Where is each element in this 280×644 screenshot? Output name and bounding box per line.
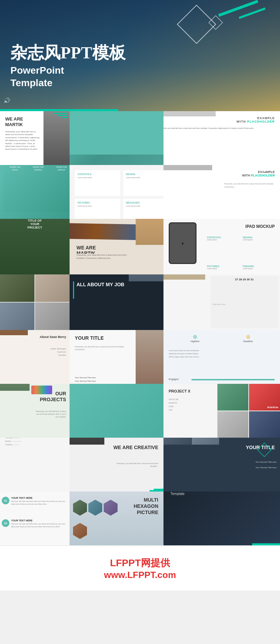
- example-body-2: Praesently, your ideal title here is abo…: [224, 182, 277, 219]
- hex-4: [73, 523, 87, 539]
- slide-about-sean-berry: About Sean Berry Seattle, Washington Exp…: [0, 330, 70, 384]
- hex-1: [73, 500, 87, 516]
- slide-we-are-martik-2: WE AREMARTIK Praesently, your ideal titl…: [70, 219, 163, 274]
- slide-row-7: GERMANY Fully Editable Map Berlin ——————…: [0, 438, 280, 492]
- slide-ipad-mockup: IPAD MOCKUP 📱 STATISTICSLorem ipsum DESI…: [163, 219, 280, 274]
- project-x-items: OFFICE 365 MARKETS LINKS USA: [169, 398, 178, 412]
- footer-section: LFPPT网提供 www.LFPPT.com: [0, 545, 280, 591]
- project-x-title: PROJECT X: [169, 389, 190, 393]
- example-label: EXAMPLE: [257, 116, 275, 120]
- stat-item-messages: MESSAGES Lorem ipsum dolor: [123, 199, 163, 219]
- slide-marketing-research: MARKETINGRESEARCH 01 FROM THEFIELD 02 FR…: [0, 165, 70, 219]
- ipad-stats-grid: STATISTICSLorem ipsum DESIGNLorem ipsum …: [207, 236, 277, 274]
- stat-label-3: FROM THEGROUP: [56, 166, 67, 172]
- slide-your-text-here: 01 YOUR TEXT HERE Add your text here and…: [0, 492, 70, 545]
- slide-we-are-creative: WE ARE CREATIVE Praesently, your ideal t…: [70, 438, 163, 492]
- slide-row-5: About Sean Berry Seattle, Washington Exp…: [0, 330, 280, 384]
- highline-label: Highline: [191, 340, 199, 342]
- footer-url-suffix: .com: [155, 570, 176, 580]
- footer-url-brand: LFPPT: [127, 570, 155, 580]
- teal-body: Lorem ipsum dolor sit amet consectetur a…: [75, 384, 163, 434]
- slide-your-title-1: YOUR TITLE Praesently, your ideal title …: [70, 330, 163, 384]
- hero-title-en-line2: Template: [10, 77, 64, 89]
- marketing-stat-2: 02 FROM THEWORLD: [33, 165, 43, 212]
- slide-example-placeholder-2: EXAaMPLE WITH PLACEHOLDER Praesently, yo…: [163, 165, 280, 219]
- slide-row-8: 01 YOUR TEXT HERE Add your text here and…: [0, 492, 280, 545]
- px-cell-2: Arteficia: [249, 384, 280, 411]
- engaged-label: Engaged: [169, 378, 178, 380]
- highline-icon: ⊕: [191, 333, 199, 340]
- ipad-stat-1: STATISTICSLorem ipsum: [207, 236, 241, 263]
- stat-text-4: Lorem ipsum dolor: [126, 205, 163, 207]
- slide-multi-hexagon: MULTIHEXAGONPICTURE: [70, 492, 163, 545]
- stat-label-2: FROM THEWORLD: [33, 166, 43, 172]
- teal-accent-lines: [54, 113, 68, 119]
- ipad-stat-2: DESIGNLorem ipsum: [243, 236, 277, 263]
- progress-bar: [191, 379, 275, 380]
- stat-title-4: MESSAGES: [126, 201, 163, 204]
- text-icon-2: 02: [2, 519, 9, 527]
- martik-photo: [43, 111, 70, 165]
- stat-title-1: STATISTICS: [78, 173, 118, 175]
- stat-text-2: Lorem ipsum dolor: [126, 176, 163, 179]
- deadline-label: Deadline: [243, 340, 253, 342]
- example-exa-teal: PLACEHOLDER: [251, 174, 275, 177]
- ipad-stat-3: PICTURESLorem ipsum: [207, 265, 241, 274]
- germany-details: Berlin —————— Hamburg ———— Munich ——————…: [5, 438, 70, 486]
- stat-item-statistics: STATISTICS Lorem ipsum dolor: [75, 170, 120, 196]
- marketing-stat-1: 01 FROM THEFIELD: [10, 165, 21, 212]
- text-body-1: Add your text here and write down your i…: [11, 500, 66, 505]
- mosaic-cell-1: [0, 274, 34, 302]
- hex-3: [104, 500, 118, 516]
- footer-line2: www.LFPPT.com: [104, 570, 176, 580]
- creative-body: Praesently, your ideal title here is abo…: [113, 462, 158, 492]
- stat-text-1: Lorem ipsum dolor: [78, 176, 118, 179]
- wam-text: Praesently, your ideal title here is abo…: [77, 254, 132, 274]
- mosaic-cell-4: [35, 303, 70, 330]
- paint-splash-icon: [31, 386, 52, 394]
- hexagons-container: [73, 497, 125, 542]
- job-title: ALL ABOUT MY JOB: [77, 281, 163, 330]
- slide-our-projects: OURPROJECTS Praesently, your ideal title…: [0, 384, 70, 438]
- martik-body: Praesently, your ideal title here is abo…: [5, 130, 40, 165]
- stat-item-pictures: PICTURES Lorem ipsum dolor: [75, 199, 120, 219]
- rail-text: TITLE OFYOURPROJECT: [0, 219, 70, 274]
- your-title-body-1: Praesently, your ideal title here is abo…: [75, 346, 134, 351]
- hero-title-en-line1: PowerPoint: [10, 64, 64, 77]
- slide-rail-project: TITLE OFYOURPROJECT: [0, 219, 70, 274]
- projects-body: Praesently, your ideal title here is abo…: [35, 410, 66, 438]
- hexagon-title: MULTIHEXAGONPICTURE: [134, 497, 158, 516]
- footer-line1: LFPPT网提供: [110, 556, 170, 570]
- example-teal-label: PLACEHOLDER: [247, 120, 275, 123]
- slide-example-calendar: EXAMPLE WITH PLACEHOLDER 27 28 29 30 31 …: [163, 274, 280, 330]
- slide-row-6: OURPROJECTS Praesently, your ideal title…: [0, 384, 280, 438]
- marketing-stats: 01 FROM THEFIELD 02 FROM THEWORLD 03 FRO…: [3, 165, 70, 212]
- stat-item-design: DESIGN Lorem ipsum dolor: [123, 170, 163, 196]
- sean-details: Seattle, Washington Experience Education: [0, 347, 66, 384]
- footer-url-prefix: www.: [104, 570, 127, 580]
- text-label-2: YOUR TEXT HERE: [11, 519, 66, 522]
- ipad-stat-4: FINISHESLorem ipsum: [243, 265, 277, 274]
- slide-example-placeholder-1: EXAMPLE WITH PLACEHOLDER Praesently, you…: [163, 111, 280, 165]
- creative-teal-bar-2: [154, 489, 163, 490]
- stat-deadline: ⊛ Deadline: [243, 333, 253, 342]
- slide-row-2: MARKETINGRESEARCH 01 FROM THEFIELD 02 FR…: [0, 165, 280, 219]
- slide-germany-map: GERMANY Fully Editable Map Berlin ——————…: [0, 438, 70, 492]
- marketing-stat-3: 03 FROM THEGROUP: [56, 165, 67, 212]
- slide-photo-mosaic: [0, 274, 70, 330]
- px-cell-1: [217, 384, 248, 411]
- speaker-icon: 🔊: [3, 97, 10, 104]
- text-icon-1: 01: [2, 497, 9, 504]
- slide-we-are-martik-1: WE AREMARTIK Praesently, your ideal titl…: [0, 111, 70, 165]
- ipad-icon: 📱: [169, 222, 197, 264]
- slide-stats-icons: ⊕ Highline ⊛ Deadline Lorem ipsum dolor …: [163, 330, 280, 384]
- hex-2: [88, 500, 102, 516]
- footer-brand-name: LFPPT网提供: [110, 558, 170, 568]
- teal-line-3: [62, 117, 68, 118]
- stat-title-3: PICTURES: [78, 201, 118, 204]
- slide-example-teal: EXAMPLEWITH PLACEHOLDER Lorem ipsum dolo…: [70, 384, 163, 438]
- slide-your-title-dark: YOUR TITLE Your Second Title here Your S…: [163, 438, 280, 492]
- stat-highline: ⊕ Highline: [191, 333, 199, 342]
- mosaic-cell-3: [0, 303, 34, 330]
- slide-project-x: PROJECT X OFFICE 365 MARKETS LINKS USA A…: [163, 384, 280, 438]
